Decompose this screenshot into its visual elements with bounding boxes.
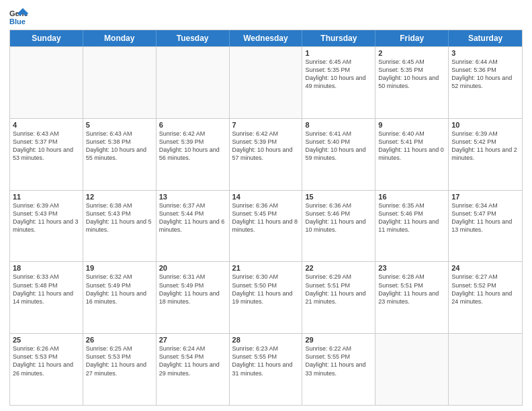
calendar-day-2: 2Sunrise: 6:45 AM Sunset: 5:35 PM Daylig…	[375, 47, 449, 118]
day-number: 2	[378, 49, 445, 57]
day-header-sunday: Sunday	[10, 30, 83, 46]
calendar-day-empty	[449, 334, 522, 405]
calendar-body: 1Sunrise: 6:45 AM Sunset: 5:35 PM Daylig…	[10, 46, 522, 405]
calendar-week-2: 4Sunrise: 6:43 AM Sunset: 5:37 PM Daylig…	[10, 118, 522, 190]
day-header-wednesday: Wednesday	[230, 30, 303, 46]
calendar-day-4: 4Sunrise: 6:43 AM Sunset: 5:37 PM Daylig…	[10, 119, 83, 190]
day-number: 24	[451, 264, 519, 272]
cell-info: Sunrise: 6:40 AM Sunset: 5:41 PM Dayligh…	[378, 130, 445, 163]
cell-info: Sunrise: 6:43 AM Sunset: 5:37 PM Dayligh…	[13, 130, 80, 163]
cell-info: Sunrise: 6:22 AM Sunset: 5:55 PM Dayligh…	[305, 345, 372, 377]
calendar-day-8: 8Sunrise: 6:41 AM Sunset: 5:40 PM Daylig…	[302, 119, 375, 190]
calendar-day-9: 9Sunrise: 6:40 AM Sunset: 5:41 PM Daylig…	[375, 119, 449, 190]
calendar-week-5: 25Sunrise: 6:26 AM Sunset: 5:53 PM Dayli…	[10, 333, 522, 405]
calendar-day-6: 6Sunrise: 6:42 AM Sunset: 5:39 PM Daylig…	[157, 119, 230, 190]
day-number: 17	[451, 193, 519, 201]
cell-info: Sunrise: 6:36 AM Sunset: 5:46 PM Dayligh…	[305, 201, 372, 234]
day-number: 5	[86, 121, 153, 129]
day-header-monday: Monday	[83, 30, 157, 46]
day-header-saturday: Saturday	[449, 30, 522, 46]
day-number: 10	[451, 121, 519, 129]
calendar-day-23: 23Sunrise: 6:28 AM Sunset: 5:51 PM Dayli…	[375, 262, 449, 333]
day-number: 3	[451, 49, 519, 57]
calendar-day-3: 3Sunrise: 6:44 AM Sunset: 5:36 PM Daylig…	[449, 47, 522, 118]
page-header: General Blue	[9, 7, 523, 26]
cell-info: Sunrise: 6:45 AM Sunset: 5:35 PM Dayligh…	[305, 58, 372, 91]
calendar-day-21: 21Sunrise: 6:30 AM Sunset: 5:50 PM Dayli…	[230, 262, 303, 333]
day-number: 18	[13, 264, 80, 272]
calendar-day-18: 18Sunrise: 6:33 AM Sunset: 5:48 PM Dayli…	[10, 262, 83, 333]
calendar-week-4: 18Sunrise: 6:33 AM Sunset: 5:48 PM Dayli…	[10, 261, 522, 333]
calendar-day-empty	[375, 334, 449, 405]
calendar-day-1: 1Sunrise: 6:45 AM Sunset: 5:35 PM Daylig…	[302, 47, 375, 118]
calendar-day-25: 25Sunrise: 6:26 AM Sunset: 5:53 PM Dayli…	[10, 334, 83, 405]
cell-info: Sunrise: 6:39 AM Sunset: 5:42 PM Dayligh…	[451, 130, 519, 163]
day-number: 20	[159, 264, 226, 272]
day-number: 6	[159, 121, 226, 129]
calendar-day-17: 17Sunrise: 6:34 AM Sunset: 5:47 PM Dayli…	[449, 191, 522, 262]
cell-info: Sunrise: 6:29 AM Sunset: 5:51 PM Dayligh…	[305, 273, 372, 306]
day-number: 27	[159, 336, 226, 344]
day-number: 8	[305, 121, 372, 129]
calendar-day-5: 5Sunrise: 6:43 AM Sunset: 5:38 PM Daylig…	[83, 119, 157, 190]
day-number: 29	[305, 336, 372, 344]
cell-info: Sunrise: 6:26 AM Sunset: 5:53 PM Dayligh…	[13, 345, 80, 377]
calendar-day-26: 26Sunrise: 6:25 AM Sunset: 5:53 PM Dayli…	[83, 334, 157, 405]
day-number: 15	[305, 193, 372, 201]
cell-info: Sunrise: 6:34 AM Sunset: 5:47 PM Dayligh…	[451, 201, 519, 234]
cell-info: Sunrise: 6:42 AM Sunset: 5:39 PM Dayligh…	[232, 130, 300, 163]
calendar-day-19: 19Sunrise: 6:32 AM Sunset: 5:49 PM Dayli…	[83, 262, 157, 333]
day-number: 26	[86, 336, 153, 344]
cell-info: Sunrise: 6:23 AM Sunset: 5:55 PM Dayligh…	[232, 345, 300, 377]
calendar-week-3: 11Sunrise: 6:39 AM Sunset: 5:43 PM Dayli…	[10, 190, 522, 262]
cell-info: Sunrise: 6:33 AM Sunset: 5:48 PM Dayligh…	[13, 273, 80, 306]
cell-info: Sunrise: 6:39 AM Sunset: 5:43 PM Dayligh…	[13, 201, 80, 234]
cell-info: Sunrise: 6:43 AM Sunset: 5:38 PM Dayligh…	[86, 130, 153, 163]
day-number: 1	[305, 49, 372, 57]
cell-info: Sunrise: 6:45 AM Sunset: 5:35 PM Dayligh…	[378, 58, 445, 91]
calendar-day-empty	[230, 47, 303, 118]
cell-info: Sunrise: 6:28 AM Sunset: 5:51 PM Dayligh…	[378, 273, 445, 306]
cell-info: Sunrise: 6:32 AM Sunset: 5:49 PM Dayligh…	[86, 273, 153, 306]
cell-info: Sunrise: 6:27 AM Sunset: 5:52 PM Dayligh…	[451, 273, 519, 306]
day-number: 9	[378, 121, 445, 129]
calendar-day-24: 24Sunrise: 6:27 AM Sunset: 5:52 PM Dayli…	[449, 262, 522, 333]
day-number: 28	[232, 336, 300, 344]
day-number: 13	[159, 193, 226, 201]
calendar-day-empty	[157, 47, 230, 118]
day-number: 25	[13, 336, 80, 344]
calendar-day-13: 13Sunrise: 6:37 AM Sunset: 5:44 PM Dayli…	[157, 191, 230, 262]
calendar-day-14: 14Sunrise: 6:36 AM Sunset: 5:45 PM Dayli…	[230, 191, 303, 262]
calendar-day-20: 20Sunrise: 6:31 AM Sunset: 5:49 PM Dayli…	[157, 262, 230, 333]
day-number: 14	[232, 193, 300, 201]
logo: General Blue	[9, 7, 31, 26]
calendar-day-16: 16Sunrise: 6:35 AM Sunset: 5:46 PM Dayli…	[375, 191, 449, 262]
day-number: 16	[378, 193, 445, 201]
calendar-week-1: 1Sunrise: 6:45 AM Sunset: 5:35 PM Daylig…	[10, 46, 522, 118]
day-number: 4	[13, 121, 80, 129]
calendar-day-28: 28Sunrise: 6:23 AM Sunset: 5:55 PM Dayli…	[230, 334, 303, 405]
calendar-header-row: SundayMondayTuesdayWednesdayThursdayFrid…	[10, 30, 522, 46]
calendar: SundayMondayTuesdayWednesdayThursdayFrid…	[9, 30, 523, 406]
calendar-day-29: 29Sunrise: 6:22 AM Sunset: 5:55 PM Dayli…	[302, 334, 375, 405]
cell-info: Sunrise: 6:25 AM Sunset: 5:53 PM Dayligh…	[86, 345, 153, 377]
cell-info: Sunrise: 6:37 AM Sunset: 5:44 PM Dayligh…	[159, 201, 226, 234]
day-number: 21	[232, 264, 300, 272]
day-header-tuesday: Tuesday	[157, 30, 230, 46]
cell-info: Sunrise: 6:31 AM Sunset: 5:49 PM Dayligh…	[159, 273, 226, 306]
calendar-day-empty	[10, 47, 83, 118]
day-number: 22	[305, 264, 372, 272]
day-number: 12	[86, 193, 153, 201]
day-header-thursday: Thursday	[302, 30, 375, 46]
calendar-day-27: 27Sunrise: 6:24 AM Sunset: 5:54 PM Dayli…	[157, 334, 230, 405]
day-header-friday: Friday	[375, 30, 449, 46]
cell-info: Sunrise: 6:35 AM Sunset: 5:46 PM Dayligh…	[378, 201, 445, 234]
day-number: 19	[86, 264, 153, 272]
cell-info: Sunrise: 6:38 AM Sunset: 5:43 PM Dayligh…	[86, 201, 153, 234]
calendar-day-12: 12Sunrise: 6:38 AM Sunset: 5:43 PM Dayli…	[83, 191, 157, 262]
logo-icon: General Blue	[9, 7, 28, 26]
calendar-day-7: 7Sunrise: 6:42 AM Sunset: 5:39 PM Daylig…	[230, 119, 303, 190]
calendar-day-22: 22Sunrise: 6:29 AM Sunset: 5:51 PM Dayli…	[302, 262, 375, 333]
calendar-day-11: 11Sunrise: 6:39 AM Sunset: 5:43 PM Dayli…	[10, 191, 83, 262]
svg-text:Blue: Blue	[9, 17, 26, 26]
